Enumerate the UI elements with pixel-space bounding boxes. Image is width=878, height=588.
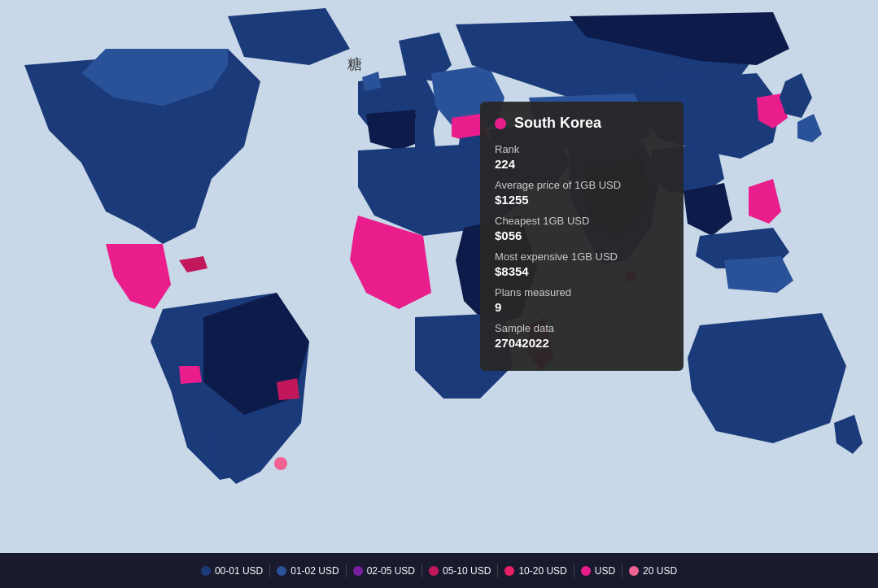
legend-sep-5 — [622, 564, 622, 577]
map-legend: 00-01 USD 01-02 USD 02-05 USD 05-10 USD … — [0, 553, 878, 588]
legend-label-3: 05-10 USD — [443, 565, 491, 577]
legend-label-6: 20 USD — [643, 565, 677, 577]
legend-item-3: 05-10 USD — [429, 565, 491, 577]
tooltip-cheapest-value: $056 — [495, 229, 669, 242]
tooltip-expensive-label: Most expensive 1GB USD — [495, 250, 669, 263]
legend-dot-0 — [201, 566, 211, 576]
legend-label-1: 01-02 USD — [290, 565, 339, 577]
tooltip-sample-value: 27042022 — [495, 336, 669, 350]
tooltip-cheapest-label: Cheapest 1GB USD — [495, 215, 669, 227]
map-container: 糖 — [0, 0, 878, 553]
legend-dot-4 — [505, 566, 514, 576]
tooltip-plans-value: 9 — [495, 300, 669, 314]
svg-point-1 — [274, 457, 287, 470]
tooltip-expensive-row: Most expensive 1GB USD $8354 — [495, 250, 669, 278]
legend-item-4: 10-20 USD — [505, 565, 566, 577]
tooltip-sample-row: Sample data 27042022 — [495, 322, 669, 350]
tooltip-rank-label: Rank — [495, 143, 669, 155]
legend-item-0: 00-01 USD — [201, 565, 263, 577]
tooltip-avg-price-row: Average price of 1GB USD $1255 — [495, 179, 669, 207]
tooltip-plans-row: Plans measured 9 — [495, 286, 669, 314]
tooltip-sample-label: Sample data — [495, 322, 669, 334]
tooltip-header: South Korea — [495, 115, 669, 132]
tooltip-rank-row: Rank 224 — [495, 143, 669, 171]
legend-sep-4 — [574, 564, 574, 577]
tooltip-cheapest-row: Cheapest 1GB USD $056 — [495, 215, 669, 242]
tooltip-rank-value: 224 — [495, 157, 669, 171]
legend-label-5: USD — [595, 565, 615, 577]
tooltip-country-dot — [495, 118, 506, 129]
tooltip-avg-price-value: $1255 — [495, 193, 669, 207]
tooltip-expensive-value: $8354 — [495, 264, 669, 278]
legend-sep-0 — [269, 564, 270, 577]
legend-dot-2 — [353, 566, 363, 576]
legend-dot-5 — [581, 566, 591, 576]
map-marker: 糖 — [347, 56, 362, 72]
legend-dot-6 — [629, 566, 639, 576]
legend-sep-2 — [422, 564, 422, 577]
legend-sep-3 — [497, 564, 498, 577]
legend-item-5: USD — [581, 565, 615, 577]
tooltip-plans-label: Plans measured — [495, 286, 669, 298]
legend-label-0: 00-01 USD — [215, 565, 263, 577]
legend-item-6: 20 USD — [629, 565, 677, 577]
tooltip-avg-price-label: Average price of 1GB USD — [495, 179, 669, 191]
legend-dot-3 — [429, 566, 439, 576]
legend-sep-1 — [346, 564, 347, 577]
world-map: 糖 — [0, 0, 878, 553]
tooltip-country-name: South Korea — [514, 115, 601, 132]
legend-label-4: 10-20 USD — [518, 565, 566, 577]
legend-dot-1 — [277, 566, 286, 576]
legend-item-2: 02-05 USD — [353, 565, 415, 577]
country-tooltip: South Korea Rank 224 Average price of 1G… — [480, 102, 684, 371]
legend-label-2: 02-05 USD — [367, 565, 415, 577]
legend-item-1: 01-02 USD — [277, 565, 339, 577]
